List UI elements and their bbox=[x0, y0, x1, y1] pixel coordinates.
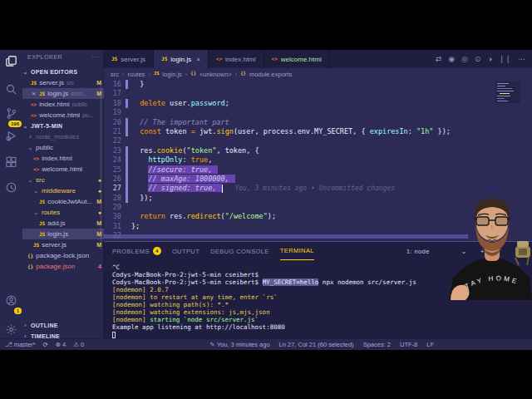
code-line-27: 27 // signed: true,You, 3 minutes ago • … bbox=[104, 184, 532, 193]
warning-icon: ⚠ bbox=[73, 341, 79, 348]
breadcrumb[interactable]: src›routes›JSlogin.js›{}<unknown>›{}modu… bbox=[104, 68, 532, 80]
account-icon[interactable]: 1 bbox=[0, 289, 22, 311]
debug-icon[interactable] bbox=[0, 125, 22, 146]
breadcrumb-item[interactable]: login.js bbox=[162, 71, 181, 78]
panel-tab-debug-console[interactable]: DEBUG CONSOLE bbox=[210, 242, 269, 260]
cursor-position[interactable]: Ln 27, Col 21 (60 selected) bbox=[279, 341, 354, 348]
code-token: res. bbox=[165, 212, 187, 220]
search-icon[interactable] bbox=[0, 78, 22, 100]
new-terminal-icon[interactable]: + bbox=[480, 248, 485, 255]
previous-change-icon[interactable]: ◉ bbox=[448, 55, 455, 63]
panel-tab-label: TERMINAL bbox=[280, 247, 314, 254]
code-token bbox=[131, 99, 140, 107]
tree-item-login-js[interactable]: JSlogin.jsM bbox=[22, 229, 104, 239]
code-line-17: 17 bbox=[104, 89, 532, 98]
next-change-icon[interactable]: ◎ bbox=[461, 55, 468, 63]
open-editors-header[interactable]: ⌄OPEN EDITORS bbox=[22, 66, 104, 77]
warnings-item[interactable]: ⚠0 bbox=[73, 341, 84, 348]
status-bar-right: ✎You, 3 minutes agoLn 27, Col 21 (60 sel… bbox=[200, 341, 434, 348]
code-line-23: 23 res.cookie("token", token, { bbox=[104, 146, 532, 155]
breadcrumb-item[interactable]: src bbox=[111, 71, 119, 78]
comment-token: // maxAge: 1000000, bbox=[148, 175, 234, 183]
close-icon[interactable]: × bbox=[31, 90, 37, 97]
tab-index-html[interactable]: <>index.html bbox=[209, 50, 264, 68]
tab-server-js[interactable]: JSserver.js bbox=[104, 50, 154, 68]
tree-item-public[interactable]: ⌄public bbox=[22, 142, 104, 153]
go-forward-icon[interactable]: ⊙ bbox=[475, 55, 481, 63]
tree-item-node-modules[interactable]: ›node_modules bbox=[22, 131, 104, 142]
panel-tab-problems[interactable]: PROBLEMS4 bbox=[112, 242, 161, 260]
eol[interactable]: LF bbox=[426, 341, 434, 348]
terminal-output[interactable]: ^CCodys-MacBook-Pro-2:jwt-5-min cseibert… bbox=[112, 264, 532, 338]
open-editor-item[interactable]: <>welcome.htmlpu... bbox=[22, 110, 104, 121]
open-editor-item[interactable]: JSserver.jssrcM bbox=[22, 77, 104, 88]
gitlens-blame-annotation: You, 3 minutes ago • Uncommitted changes bbox=[223, 185, 395, 192]
encoding[interactable]: UTF-8 bbox=[400, 341, 417, 348]
code-token: httpOnly bbox=[148, 155, 182, 164]
letterbox-bottom bbox=[0, 350, 532, 399]
code-text: httpOnly: true, bbox=[128, 155, 212, 165]
blame-item[interactable]: ✎You, 3 minutes ago bbox=[209, 341, 269, 348]
breadcrumb-item[interactable]: module.exports bbox=[249, 71, 292, 78]
code-token: expiresIn bbox=[370, 127, 408, 135]
tab-welcome-html[interactable]: <>welcome.html bbox=[264, 50, 330, 68]
files-icon[interactable] bbox=[0, 50, 22, 71]
tab-login-js[interactable]: JSlogin.js× bbox=[154, 50, 209, 68]
terminal-text: [nodemon] watching extensions: js,mjs,js… bbox=[112, 308, 270, 316]
extensions-icon[interactable] bbox=[0, 151, 22, 173]
tree-item-cookiejwtaut---[interactable]: JScookieJwtAut...M bbox=[22, 196, 104, 207]
code-line-30: 30 return res.redirect("/welcome"); bbox=[104, 212, 532, 221]
more-actions-icon[interactable]: ⋯ bbox=[518, 55, 525, 63]
close-icon[interactable]: × bbox=[196, 56, 200, 63]
tree-item-index-html[interactable]: <>index.html bbox=[22, 153, 104, 164]
chevron-down-icon[interactable]: ⌄ bbox=[461, 248, 467, 255]
close-panel-icon[interactable]: × bbox=[520, 248, 524, 255]
git-branch-item[interactable]: ⎇master* bbox=[5, 341, 36, 348]
code-line-29: 29 bbox=[104, 203, 532, 212]
indentation[interactable]: Spaces: 2 bbox=[363, 341, 391, 348]
clock-icon[interactable] bbox=[0, 176, 22, 198]
explorer-more-actions-icon[interactable]: ··· bbox=[92, 54, 100, 60]
toggle-theme-icon[interactable]: ◑ bbox=[487, 55, 491, 63]
source-control-icon[interactable]: 196 bbox=[0, 102, 22, 124]
tree-item-src[interactable]: ⌄src● bbox=[22, 175, 104, 185]
breadcrumb-item[interactable]: <unknown> bbox=[200, 71, 232, 78]
outline-section[interactable]: ›OUTLINE bbox=[22, 320, 104, 331]
tree-item-middleware[interactable]: ⌄middleware● bbox=[22, 185, 104, 196]
problems-item[interactable]: ⊗4 bbox=[56, 341, 66, 348]
code-token bbox=[131, 118, 140, 126]
chevron-right-icon: › bbox=[22, 323, 28, 328]
line-number: 20 bbox=[104, 118, 126, 127]
breadcrumb-item[interactable]: routes bbox=[128, 71, 145, 78]
open-changes-icon[interactable]: ⇄ bbox=[436, 55, 442, 63]
file-name: routes bbox=[42, 209, 60, 216]
project-root[interactable]: ⌄JWT-5-MIN bbox=[22, 121, 104, 131]
open-editor-item[interactable]: <>index.htmlpublic bbox=[22, 99, 104, 110]
sync-item[interactable]: ⟳ bbox=[43, 341, 48, 348]
code-token bbox=[131, 165, 148, 174]
line-number: 27 bbox=[104, 184, 126, 193]
code-line-28: 28 }); bbox=[104, 194, 532, 203]
tree-item-package-json[interactable]: {}package.json4 bbox=[22, 261, 104, 272]
panel-tab-terminal[interactable]: TERMINAL bbox=[280, 242, 314, 260]
terminal-cursor bbox=[112, 332, 116, 338]
panel-tab-output[interactable]: OUTPUT bbox=[172, 242, 200, 260]
file-path-hint: public bbox=[72, 101, 87, 107]
tree-item-welcome-html[interactable]: <>welcome.html bbox=[22, 164, 104, 175]
terminal-line: Codys-MacBook-Pro-2:jwt-5-min cseibert$ bbox=[112, 271, 532, 278]
code-editor[interactable]: 16 }1718 delete user.password;1920 // Th… bbox=[104, 80, 532, 241]
gear-icon[interactable] bbox=[0, 318, 22, 340]
tree-item-add-js[interactable]: JSadd.jsM bbox=[22, 218, 104, 229]
tree-item-server-js[interactable]: JSserver.jsM bbox=[22, 239, 104, 250]
pencil-icon: ✎ bbox=[209, 341, 214, 348]
js-file-icon: JS bbox=[39, 232, 45, 237]
html-file-icon: <> bbox=[31, 113, 37, 118]
shell-selector[interactable]: 1: node bbox=[406, 248, 430, 255]
line-number: 19 bbox=[104, 108, 126, 117]
sidebar-scrollbar[interactable] bbox=[100, 83, 102, 249]
tree-item-package-lock-json[interactable]: {}package-lock.json bbox=[22, 250, 104, 261]
open-editor-item[interactable]: ×JSlogin.jssrc/r...M bbox=[22, 88, 104, 99]
chevron-right-icon: › bbox=[27, 134, 33, 140]
split-editor-icon[interactable]: ❘❘ bbox=[499, 55, 511, 63]
tree-item-routes[interactable]: ⌄routes● bbox=[22, 207, 104, 218]
